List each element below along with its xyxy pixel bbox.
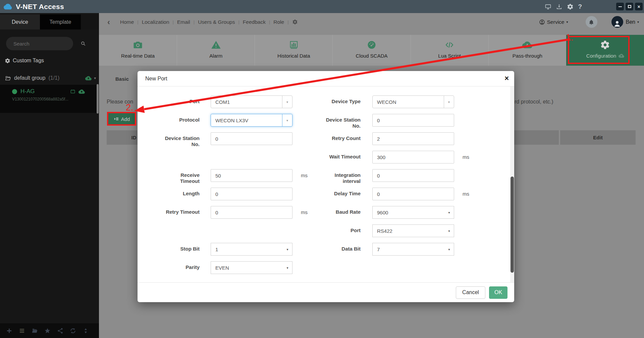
camera-icon bbox=[133, 40, 143, 50]
download-icon[interactable] bbox=[556, 3, 562, 10]
person-circle-icon bbox=[539, 19, 545, 25]
retry-count-input[interactable] bbox=[372, 132, 454, 145]
port-select[interactable]: COM1▾ bbox=[211, 95, 292, 108]
stop-bit-select[interactable]: 1▾ bbox=[211, 243, 292, 256]
hint-text-left: Please con bbox=[107, 99, 133, 105]
separator: | bbox=[287, 19, 288, 24]
close-icon[interactable]: × bbox=[504, 75, 509, 82]
add-port-button[interactable]: Add bbox=[108, 113, 136, 125]
length-input[interactable] bbox=[211, 188, 292, 200]
integration-interval-input[interactable] bbox=[372, 169, 454, 182]
data-bit-select[interactable]: 7▾ bbox=[372, 243, 454, 256]
field-label: Delay Time bbox=[322, 188, 361, 197]
receive-timeout-input[interactable] bbox=[211, 169, 292, 182]
caret-down-icon: ▾ bbox=[444, 248, 454, 251]
add-icon[interactable] bbox=[6, 327, 13, 334]
breadcrumb-home[interactable]: Home bbox=[120, 19, 134, 25]
tab-realtime-data[interactable]: Real-time Data bbox=[99, 35, 177, 66]
delay-time-input[interactable] bbox=[372, 188, 454, 200]
chevron-down-icon[interactable]: ▾ bbox=[94, 76, 96, 80]
search-icon[interactable] bbox=[80, 41, 86, 47]
tab-historical-data[interactable]: Historical Data bbox=[255, 35, 332, 66]
new-port-dialog: New Port × Port COM1▾ Device Type WECON▾… bbox=[138, 71, 514, 302]
tab-lua-script[interactable]: Lua Script bbox=[411, 35, 488, 66]
hmi-icon[interactable] bbox=[70, 88, 76, 94]
breadcrumb-feedback[interactable]: Feedback bbox=[243, 19, 266, 25]
parity-select[interactable]: EVEN▾ bbox=[211, 261, 292, 274]
breadcrumb-bar: ‹ Home| Localization| Email| Users & Gro… bbox=[99, 13, 644, 31]
sidebar-tab-device[interactable]: Device bbox=[0, 14, 40, 29]
field-label: Parity bbox=[161, 261, 200, 270]
feature-tab-strip: Real-time Data Alarm Historical Data Clo… bbox=[99, 35, 644, 66]
search-input[interactable] bbox=[6, 41, 80, 47]
breadcrumb-email[interactable]: Email bbox=[177, 19, 190, 25]
cloud-upload-icon[interactable] bbox=[78, 88, 85, 95]
user-name-label: Ben bbox=[626, 19, 635, 25]
sidebar-item-custom-tags[interactable]: Custom Tags bbox=[5, 58, 44, 64]
protocol-select[interactable]: WECON LX3V▾ bbox=[211, 114, 292, 127]
group-count: (1/1) bbox=[48, 75, 59, 81]
share-icon[interactable] bbox=[57, 327, 64, 334]
avatar[interactable] bbox=[611, 16, 623, 28]
breadcrumb-users-groups[interactable]: Users & Groups bbox=[198, 19, 235, 25]
refresh-icon[interactable] bbox=[69, 327, 76, 334]
cloud-upload-icon[interactable] bbox=[85, 75, 92, 81]
sidebar-group-default[interactable]: default group (1/1) ▾ bbox=[5, 73, 96, 83]
field-label: Port bbox=[322, 224, 361, 233]
online-status-dot bbox=[12, 89, 17, 94]
tab-label: Real-time Data bbox=[121, 53, 155, 59]
retry-timeout-input[interactable] bbox=[211, 206, 292, 219]
baud-rate-select[interactable]: 9600▾ bbox=[372, 206, 454, 219]
back-chevron-icon[interactable]: ‹ bbox=[107, 18, 110, 26]
device-station-no-input[interactable] bbox=[372, 114, 454, 127]
dialog-scrollbar-thumb[interactable] bbox=[511, 177, 514, 273]
help-icon[interactable]: ? bbox=[578, 3, 582, 10]
caret-down-icon: ▾ bbox=[444, 96, 454, 108]
close-window-button[interactable]: × bbox=[635, 3, 643, 10]
list-add-icon bbox=[114, 116, 119, 122]
folder-open-icon bbox=[5, 75, 11, 81]
tab-cloud-scada[interactable]: Cloud SCADA bbox=[332, 35, 410, 66]
star-icon[interactable] bbox=[44, 327, 51, 334]
dialog-body: Port COM1▾ Device Type WECON▾ Protocol W… bbox=[138, 86, 514, 282]
add-button-label: Add bbox=[121, 116, 130, 122]
sidebar-tab-template[interactable]: Template bbox=[40, 14, 81, 29]
field-label: Stop Bit bbox=[161, 243, 200, 252]
cloud-logo-icon bbox=[3, 3, 13, 10]
tab-pass-through[interactable]: Pass-through bbox=[488, 35, 566, 66]
field-label: Retry Count bbox=[322, 132, 361, 141]
minimize-button[interactable] bbox=[616, 3, 624, 10]
tab-alarm[interactable]: Alarm bbox=[177, 35, 255, 66]
sort-icon[interactable] bbox=[82, 327, 89, 334]
folder-open-icon[interactable] bbox=[31, 327, 38, 334]
list-icon[interactable] bbox=[18, 327, 25, 334]
ok-button[interactable]: OK bbox=[489, 286, 507, 299]
notifications-button[interactable] bbox=[586, 16, 597, 28]
device-name: H-AG bbox=[20, 88, 35, 95]
gear-icon[interactable] bbox=[567, 3, 574, 10]
settings-gear-icon[interactable] bbox=[292, 19, 298, 25]
serial-port-select[interactable]: RS422▾ bbox=[372, 224, 454, 237]
device-type-select[interactable]: WECON▾ bbox=[372, 95, 454, 108]
field-label: Length bbox=[161, 188, 200, 197]
device-station-no-input[interactable] bbox=[211, 132, 292, 145]
field-label: Protocol bbox=[161, 114, 200, 123]
field-label: Retry Timeout bbox=[161, 206, 200, 215]
tab-configuration[interactable]: Configuration bbox=[566, 35, 644, 66]
maximize-icon bbox=[628, 5, 631, 8]
search-box[interactable] bbox=[6, 37, 73, 50]
cancel-button[interactable]: Cancel bbox=[456, 286, 485, 299]
gauge-icon bbox=[367, 40, 377, 50]
caret-down-icon: ▾ bbox=[444, 229, 454, 233]
maximize-button[interactable] bbox=[626, 3, 633, 10]
wait-timeout-input[interactable] bbox=[372, 151, 454, 163]
breadcrumb-localization[interactable]: Localization bbox=[142, 19, 169, 25]
breadcrumb-role[interactable]: Role bbox=[273, 19, 284, 25]
tab-basic[interactable]: Basic bbox=[115, 76, 129, 82]
bell-icon bbox=[588, 19, 594, 25]
monitor-icon[interactable] bbox=[545, 3, 551, 10]
service-dropdown[interactable]: Service ▾ bbox=[539, 19, 568, 25]
sidebar-device-item[interactable]: H-AG V1300121070200568a882a5f... bbox=[0, 85, 99, 113]
user-menu[interactable]: Ben ▾ bbox=[626, 19, 639, 25]
sidebar-scrollbar-thumb[interactable] bbox=[97, 84, 99, 114]
